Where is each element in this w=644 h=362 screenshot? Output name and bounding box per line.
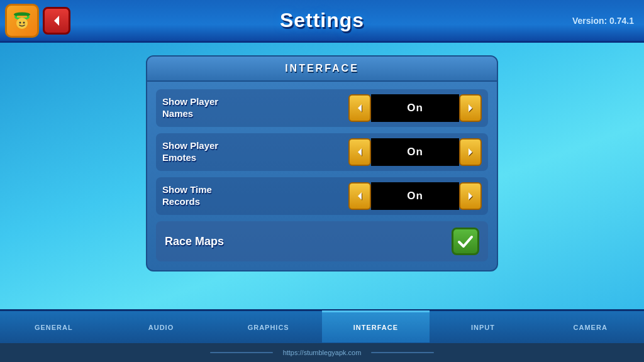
show-time-records-label: Show TimeRecords — [162, 184, 348, 208]
svg-rect-6 — [17, 16, 27, 18]
show-time-records-value: On — [371, 182, 459, 210]
back-button[interactable] — [43, 7, 70, 35]
show-player-emotes-value: On — [371, 138, 459, 166]
show-player-names-value: On — [371, 94, 459, 122]
svg-marker-9 — [469, 104, 472, 112]
nav-label-general: GENERAL — [35, 324, 73, 331]
show-player-emotes-right-arrow[interactable] — [459, 138, 482, 166]
svg-marker-8 — [358, 104, 362, 112]
svg-marker-7 — [54, 16, 59, 26]
show-time-records-left-arrow[interactable] — [348, 182, 371, 210]
nav-item-audio[interactable]: AUDIO — [108, 311, 215, 343]
nav-item-camera[interactable]: CAMERA — [536, 311, 644, 343]
svg-marker-12 — [358, 192, 362, 200]
show-time-records-toggle: On — [348, 182, 482, 210]
svg-point-3 — [19, 21, 21, 23]
nav-label-audio: AUDIO — [148, 324, 174, 331]
show-time-records-row: Show TimeRecords On — [156, 177, 488, 215]
svg-marker-10 — [358, 148, 362, 156]
svg-point-4 — [23, 21, 25, 23]
show-player-names-right-arrow[interactable] — [459, 94, 482, 122]
race-maps-row: Race Maps — [156, 221, 488, 261]
race-maps-checkbox[interactable] — [452, 228, 479, 255]
show-player-names-toggle: On — [348, 94, 482, 122]
show-player-names-label: Show PlayerNames — [162, 96, 348, 120]
bottom-nav: GENERAL AUDIO GRAPHICS INTERFACE INPUT C… — [0, 309, 644, 343]
nav-label-camera: CAMERA — [574, 324, 608, 331]
nav-label-graphics: GRAPHICS — [248, 324, 289, 331]
nav-item-input[interactable]: INPUT — [430, 311, 537, 343]
section-header: INTERFACE — [147, 57, 497, 82]
svg-point-2 — [16, 18, 28, 29]
svg-marker-11 — [469, 148, 472, 156]
nav-item-graphics[interactable]: GRAPHICS — [214, 311, 322, 343]
show-player-emotes-left-arrow[interactable] — [348, 138, 371, 166]
nav-label-input: INPUT — [471, 324, 495, 331]
interface-panel: INTERFACE Show PlayerNames On Show Playe… — [146, 55, 498, 272]
show-player-names-row: Show PlayerNames On — [156, 89, 488, 127]
page-title: Settings — [280, 9, 364, 32]
show-player-names-left-arrow[interactable] — [348, 94, 371, 122]
version-label: Version: 0.74.1 — [572, 16, 634, 26]
show-time-records-right-arrow[interactable] — [459, 182, 482, 210]
show-player-emotes-row: Show PlayerEmotes On — [156, 133, 488, 171]
top-bar: Settings Version: 0.74.1 — [0, 0, 644, 43]
game-logo — [5, 4, 39, 38]
show-player-emotes-label: Show PlayerEmotes — [162, 140, 348, 164]
url-bar-line-right — [371, 352, 434, 353]
url-bar: https://stumblegyapk.com — [0, 343, 644, 362]
nav-item-general[interactable]: GENERAL — [0, 311, 108, 343]
url-text: https://stumblegyapk.com — [283, 349, 362, 356]
nav-item-interface[interactable]: INTERFACE — [322, 310, 430, 343]
race-maps-label: Race Maps — [165, 235, 452, 248]
nav-label-interface: INTERFACE — [353, 324, 398, 331]
main-content: INTERFACE Show PlayerNames On Show Playe… — [0, 43, 644, 309]
show-player-emotes-toggle: On — [348, 138, 482, 166]
section-title: INTERFACE — [285, 63, 359, 74]
url-bar-line-left — [210, 352, 273, 353]
logo-area — [5, 4, 39, 38]
svg-marker-13 — [469, 192, 472, 200]
